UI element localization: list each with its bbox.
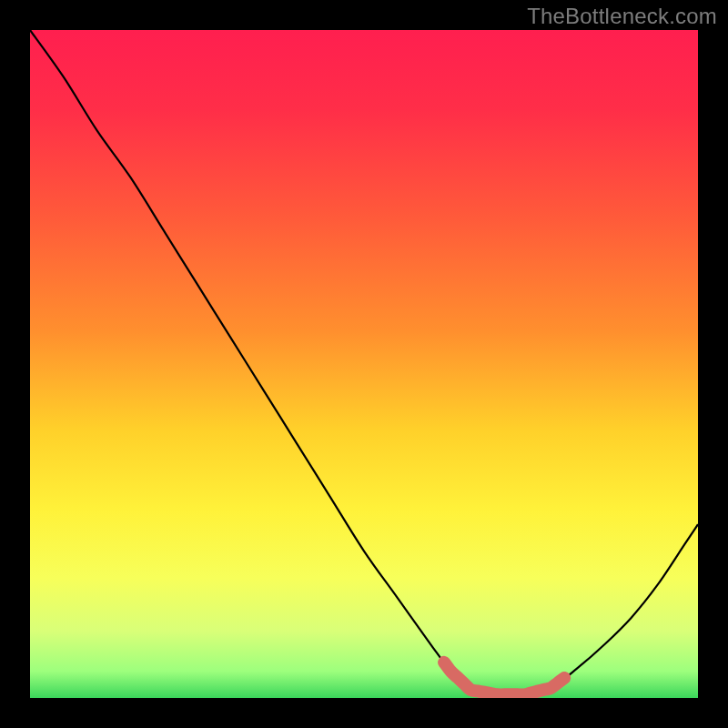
chart-frame: TheBottleneck.com	[0, 0, 728, 728]
plot-area	[30, 30, 698, 698]
watermark-text: TheBottleneck.com	[527, 4, 717, 29]
bottleneck-chart	[30, 30, 698, 698]
gradient-background	[30, 30, 698, 698]
